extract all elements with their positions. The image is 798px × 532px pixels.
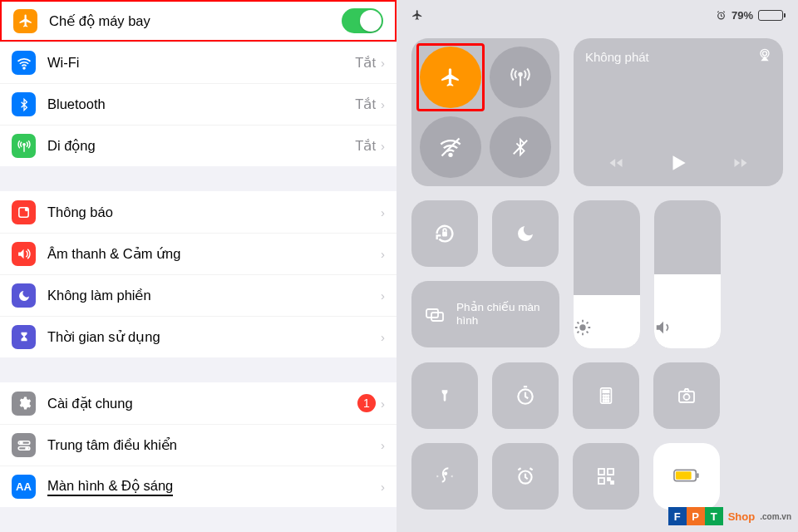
rotation-lock-button[interactable]	[411, 200, 478, 267]
svg-point-6	[20, 441, 22, 444]
settings-group-3: Cài đặt chung 1 › Trung tâm điều khiển ›…	[0, 382, 397, 507]
prev-icon[interactable]	[605, 155, 627, 171]
chevron-icon: ›	[381, 438, 385, 452]
svg-point-0	[23, 67, 25, 69]
camera-button[interactable]	[653, 362, 720, 429]
low-power-button[interactable]	[653, 443, 720, 510]
cc-wifi-button[interactable]	[420, 116, 481, 178]
svg-point-38	[608, 401, 609, 402]
aa-icon: AA	[12, 475, 36, 499]
chevron-icon: ›	[381, 480, 385, 494]
svg-point-33	[603, 397, 604, 399]
row-cellular[interactable]: Di động Tắt ›	[0, 125, 397, 166]
airplane-toggle[interactable]	[342, 8, 383, 33]
row-display[interactable]: AA Màn hình & Độ sáng ›	[0, 466, 397, 507]
play-icon[interactable]	[667, 151, 689, 175]
svg-point-32	[608, 395, 609, 397]
svg-point-34	[605, 397, 607, 399]
chevron-icon: ›	[381, 397, 385, 411]
battery-pct: 79%	[732, 9, 753, 22]
dnd-button[interactable]	[492, 200, 559, 267]
svg-line-24	[587, 332, 589, 333]
row-label: Wi-Fi	[47, 55, 355, 71]
svg-point-30	[603, 395, 604, 397]
row-dnd[interactable]: Không làm phiền ›	[0, 274, 397, 316]
row-value: Tắt	[355, 55, 376, 71]
row-label: Di động	[47, 138, 355, 154]
chevron-icon: ›	[381, 56, 385, 70]
row-label: Thời gian sử dụng	[47, 329, 381, 345]
svg-rect-44	[608, 469, 613, 475]
svg-point-35	[608, 397, 609, 399]
row-sounds[interactable]: Âm thanh & Cảm ứng ›	[0, 233, 397, 274]
row-wifi[interactable]: Wi-Fi Tắt ›	[0, 42, 397, 83]
plane-status-icon	[411, 9, 423, 21]
mirror-label: Phản chiếu màn hình	[456, 301, 548, 328]
volume-slider[interactable]	[654, 200, 721, 348]
row-value: Tắt	[355, 138, 376, 154]
svg-point-37	[605, 401, 607, 402]
airplay-icon[interactable]	[756, 47, 773, 63]
svg-rect-15	[442, 232, 447, 237]
control-center-panel: 79%	[397, 0, 798, 532]
row-general[interactable]: Cài đặt chung 1 ›	[0, 382, 397, 424]
svg-line-25	[577, 332, 579, 333]
bell-icon	[12, 200, 36, 224]
chevron-icon: ›	[381, 97, 385, 111]
group-separator	[0, 166, 397, 191]
svg-rect-50	[676, 471, 692, 479]
connectivity-tile	[411, 38, 559, 186]
svg-rect-39	[679, 392, 694, 402]
hearing-button[interactable]	[411, 443, 478, 510]
brightness-slider[interactable]	[574, 200, 640, 348]
brightness-icon	[574, 318, 640, 337]
svg-point-14	[763, 52, 767, 56]
row-label: Màn hình & Độ sáng	[47, 478, 381, 496]
settings-group-1: Chế độ máy bay Wi-Fi Tắt › Bluetooth Tắt…	[0, 0, 397, 166]
row-control-center[interactable]: Trung tâm điều khiển ›	[0, 424, 397, 466]
screen-mirror-button[interactable]: Phản chiếu màn hình	[411, 281, 559, 347]
row-label: Âm thanh & Cảm ứng	[47, 246, 381, 262]
svg-rect-47	[611, 481, 613, 484]
watermark: F P T Shop.com.vn	[668, 507, 791, 525]
antenna-icon	[12, 134, 36, 158]
svg-rect-46	[608, 478, 610, 480]
svg-rect-29	[603, 391, 608, 393]
svg-line-23	[577, 322, 579, 323]
row-airplane[interactable]: Chế độ máy bay	[0, 0, 397, 42]
row-label: Bluetooth	[47, 96, 355, 112]
svg-rect-43	[598, 469, 604, 475]
settings-group-2: Thông báo › Âm thanh & Cảm ứng › Không l…	[0, 191, 397, 357]
settings-panel: Chế độ máy bay Wi-Fi Tắt › Bluetooth Tắt…	[0, 0, 397, 532]
svg-point-3	[25, 207, 29, 211]
plane-icon	[13, 9, 37, 33]
cc-bluetooth-button[interactable]	[490, 116, 551, 178]
svg-rect-49	[697, 473, 698, 478]
hourglass-icon	[12, 325, 36, 349]
cc-airplane-button[interactable]	[420, 47, 481, 108]
row-screentime[interactable]: Thời gian sử dụng ›	[0, 316, 397, 357]
toggles-icon	[12, 433, 36, 457]
svg-point-9	[519, 73, 522, 76]
volume-icon	[654, 318, 721, 337]
alarm-button[interactable]	[492, 443, 559, 510]
calculator-button[interactable]	[573, 362, 639, 429]
cc-cellular-button[interactable]	[490, 47, 551, 108]
speaker-icon	[12, 242, 36, 266]
music-title: Không phát	[585, 50, 771, 64]
row-label: Chế độ máy bay	[49, 13, 342, 29]
status-bar: 79%	[397, 0, 798, 30]
row-bluetooth[interactable]: Bluetooth Tắt ›	[0, 83, 397, 125]
svg-point-10	[449, 154, 451, 156]
timer-button[interactable]	[492, 362, 559, 429]
row-label: Không làm phiền	[47, 288, 381, 303]
chevron-icon: ›	[381, 205, 385, 219]
music-tile[interactable]: Không phát	[574, 38, 783, 186]
next-icon[interactable]	[730, 155, 751, 171]
bluetooth-icon	[12, 92, 36, 116]
flashlight-button[interactable]	[411, 362, 478, 429]
qr-button[interactable]	[573, 443, 639, 510]
row-notifications[interactable]: Thông báo ›	[0, 191, 397, 233]
chevron-icon: ›	[381, 139, 385, 153]
svg-point-41	[444, 472, 447, 475]
